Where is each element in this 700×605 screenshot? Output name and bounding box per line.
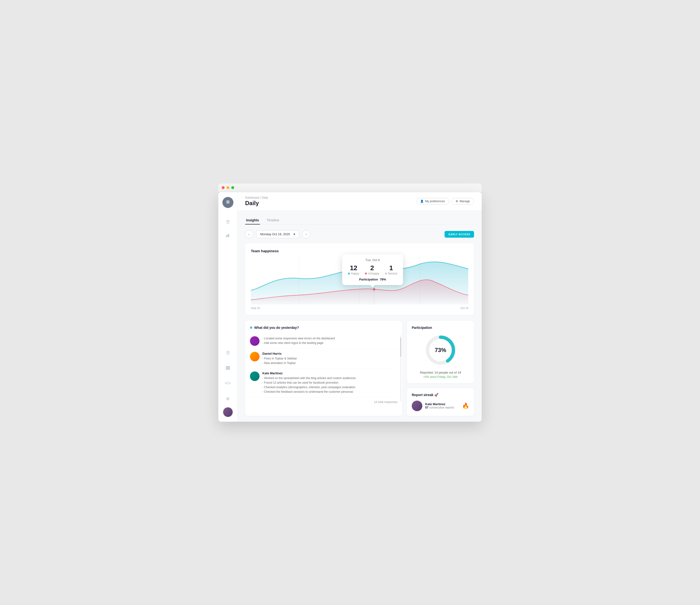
tooltip-date: Tue, Oct 6 [348,258,397,262]
responses-card: What did you do yesterday? - Located som… [245,321,402,416]
tab-timeline[interactable]: Timeline [266,216,280,225]
svg-point-1 [226,201,227,202]
content-area: Insights Timeline ← Monday Oct 19, 2020 … [238,210,482,422]
tooltip-neutral: 1 Neutral [385,264,397,275]
sidebar-list-icon[interactable]: ☰ [223,348,233,357]
page-title: Daily [245,200,268,206]
breadcrumb: Dashboard / Daily [245,196,268,199]
minimize-dot[interactable] [226,186,229,189]
scrollbar-track [400,335,401,402]
unhappy-dot-icon [365,273,367,275]
chart-label-start: Sept 15 [251,307,260,309]
response-content-daniel: Daniel Harris - Fixes in Topbar & Sideba… [262,352,297,365]
topbar-actions: 👤 My preferences ⚙ Manage [416,198,474,205]
sidebar-settings-icon[interactable]: ⊗ [223,394,233,403]
svg-rect-9 [226,368,230,368]
user-icon: 👤 [420,200,424,203]
svg-rect-3 [226,203,230,204]
scrollbar-thumb[interactable] [400,338,401,357]
avatar-kate [250,372,259,381]
neutral-dot-icon [385,273,387,275]
manage-button[interactable]: ⚙ Manage [451,198,474,205]
chevron-down-icon: ▾ [294,232,295,236]
svg-rect-5 [226,235,227,237]
streak-card: Report streak 🚀 Kate Martinez 57 cons [407,388,474,416]
avatar-daniel [250,352,259,361]
responses-footer: 14 total responses [250,400,397,404]
streak-count: 57 consecutive reports [425,406,454,409]
streak-avatar [412,401,422,411]
bottom-grid: What did you do yesterday? - Located som… [245,321,474,416]
streak-title: Report streak 🚀 [412,393,469,397]
date-selector[interactable]: Monday Oct 19, 2020 ▾ [256,230,299,238]
participation-reported: Reported: 14 people out of 19 [412,371,469,374]
chart-title: Team happiness [251,249,468,253]
sidebar: ☰ ☰ </> ⊗ [218,192,238,422]
tooltip-happy: 12 Happy [348,264,359,275]
sidebar-rows-icon[interactable] [223,363,233,373]
user-avatar[interactable] [223,407,233,417]
response-content-kate: Kate Martinez - Worked on the spreadshee… [262,372,356,395]
sidebar-bottom: ☰ </> ⊗ [223,346,233,417]
sidebar-code-icon[interactable]: </> [223,379,233,388]
svg-point-4 [227,200,228,201]
close-dot[interactable] [222,186,225,189]
participation-title: Participation [412,326,469,330]
participation-change: +5% since Friday, Oct 16th [412,375,469,379]
svg-rect-8 [226,367,230,367]
donut-chart: 73% [424,333,457,367]
main-content: Dashboard / Daily Daily 👤 My preferences… [238,192,482,422]
streak-name: Kate Martinez [425,402,454,406]
svg-point-2 [228,201,229,202]
participation-card: Participation 73% Reported: 14 people ou… [407,321,474,383]
svg-rect-10 [226,369,230,370]
gear-icon: ⚙ [456,200,458,203]
streak-info: Kate Martinez 57 consecutive reports [425,402,454,409]
early-access-button[interactable]: EARLY ACCESS [445,231,474,238]
happy-dot-icon [348,273,350,275]
sidebar-menu-icon[interactable]: ☰ [223,217,233,227]
chart-labels: Sept 15 Oct 15 [251,307,468,309]
right-column: Participation 73% Reported: 14 people ou… [407,321,474,416]
team-happiness-card: Team happiness Tue, Oct 6 12 Happy [245,243,474,315]
chart-label-end: Oct 15 [460,307,468,309]
tooltip-unhappy: 2 Unhappy [365,264,379,275]
chart-tooltip: Tue, Oct 6 12 Happy [342,254,403,285]
fire-icon: 🔥 [462,403,469,409]
topbar: Dashboard / Daily Daily 👤 My preferences… [238,192,482,210]
responses-title: What did you do yesterday? [250,326,397,330]
window-chrome [218,183,482,192]
date-navigation: ← Monday Oct 19, 2020 ▾ → EARLY ACCESS [245,230,474,238]
streak-item: Kate Martinez 57 consecutive reports 🔥 [412,401,469,411]
donut-percent: 73% [435,347,446,353]
prev-date-button[interactable]: ← [245,230,253,238]
tooltip-arrow [370,285,375,287]
svg-rect-7 [228,234,229,237]
blue-dot-icon [250,326,252,329]
response-item-daniel: Daniel Harris - Fixes in Topbar & Sideba… [250,349,397,369]
preferences-button[interactable]: 👤 My preferences [416,198,449,205]
maximize-dot[interactable] [231,186,234,189]
avatar-0 [250,336,259,346]
tooltip-participation: Participation 79% [348,278,397,281]
response-item-kate: Kate Martinez - Worked on the spreadshee… [250,369,397,398]
tab-insights[interactable]: Insights [245,216,260,225]
response-item: - Located some responsive view errors on… [250,333,397,349]
sidebar-chart-icon[interactable] [223,230,233,240]
app-avatar [222,197,233,208]
next-date-button[interactable]: → [302,230,310,238]
chart-area: Tue, Oct 6 12 Happy [251,257,468,305]
svg-rect-6 [227,234,228,237]
response-content-0: - Located some responsive view errors on… [262,336,335,346]
tab-bar: Insights Timeline [245,216,474,225]
tooltip-stats: 12 Happy 2 [348,264,397,275]
